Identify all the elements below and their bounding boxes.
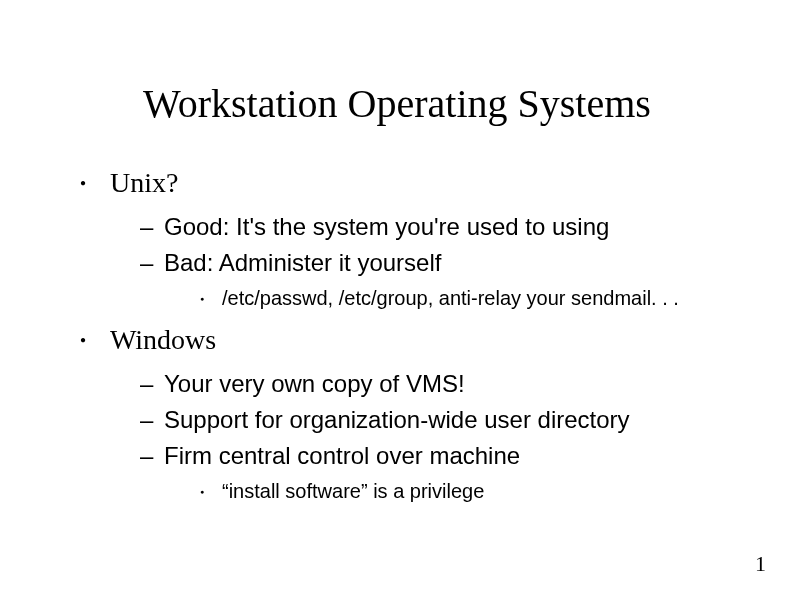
list-item: Windows Your very own copy of VMS! Suppo… [80, 324, 734, 503]
page-number: 1 [755, 551, 766, 577]
sub-list: Your very own copy of VMS! Support for o… [110, 370, 734, 503]
list-item: Firm central control over machine “insta… [140, 442, 734, 503]
bullet-label: Your very own copy of VMS! [164, 370, 465, 397]
bullet-label: Bad: Administer it yourself [164, 249, 441, 276]
bullet-label: “install software” is a privilege [222, 480, 484, 502]
list-item: Bad: Administer it yourself /etc/passwd,… [140, 249, 734, 310]
sub-list: Good: It's the system you're used to usi… [110, 213, 734, 310]
list-item: Your very own copy of VMS! [140, 370, 734, 398]
bullet-label: Windows [110, 324, 216, 355]
slide-title: Workstation Operating Systems [60, 80, 734, 127]
list-item: Good: It's the system you're used to usi… [140, 213, 734, 241]
slide: Workstation Operating Systems Unix? Good… [0, 0, 794, 595]
bullet-label: /etc/passwd, /etc/group, anti-relay your… [222, 287, 679, 309]
sub-sub-list: /etc/passwd, /etc/group, anti-relay your… [164, 287, 734, 310]
list-item: Unix? Good: It's the system you're used … [80, 167, 734, 310]
sub-sub-list: “install software” is a privilege [164, 480, 734, 503]
list-item: /etc/passwd, /etc/group, anti-relay your… [200, 287, 734, 310]
list-item: Support for organization-wide user direc… [140, 406, 734, 434]
bullet-label: Unix? [110, 167, 178, 198]
bullet-label: Good: It's the system you're used to usi… [164, 213, 609, 240]
bullet-list: Unix? Good: It's the system you're used … [60, 167, 734, 503]
bullet-label: Support for organization-wide user direc… [164, 406, 630, 433]
list-item: “install software” is a privilege [200, 480, 734, 503]
bullet-label: Firm central control over machine [164, 442, 520, 469]
